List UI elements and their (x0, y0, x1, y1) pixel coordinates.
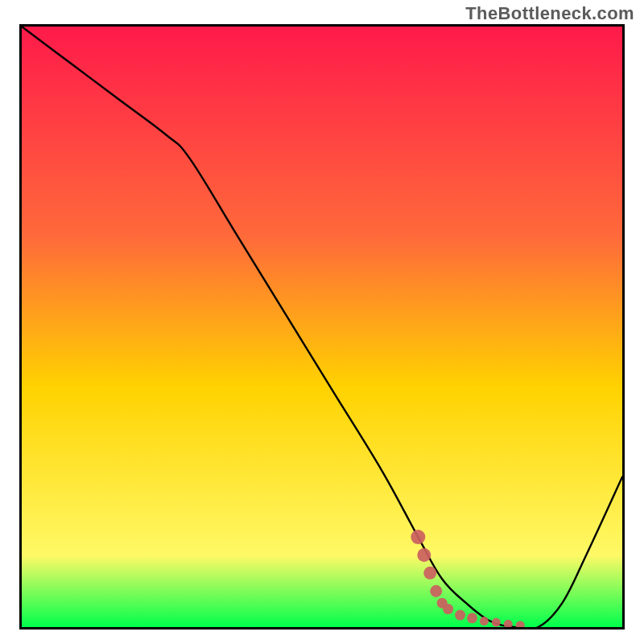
marker-dot (423, 567, 436, 580)
bottleneck-chart (19, 24, 625, 630)
marker-dot (455, 610, 465, 621)
plot-area (19, 24, 625, 630)
marker-dot (492, 618, 501, 627)
marker-dot (411, 530, 425, 544)
watermark-text: TheBottleneck.com (465, 3, 634, 24)
marker-dot (443, 604, 453, 614)
gradient-background (22, 27, 622, 627)
marker-dot (430, 585, 442, 597)
marker-dot (480, 617, 489, 625)
marker-dot (417, 548, 431, 562)
chart-frame: TheBottleneck.com (0, 0, 644, 644)
marker-dot (467, 613, 477, 623)
